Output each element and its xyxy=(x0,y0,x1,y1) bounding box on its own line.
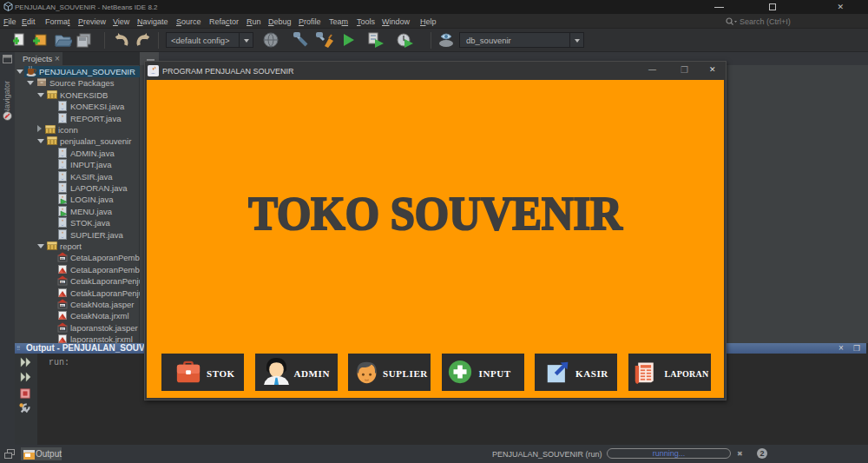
svg-text:001: 001 xyxy=(60,281,65,284)
svg-text:001: 001 xyxy=(60,258,65,261)
svg-text:001: 001 xyxy=(60,327,65,330)
svg-text:001: 001 xyxy=(60,305,65,308)
